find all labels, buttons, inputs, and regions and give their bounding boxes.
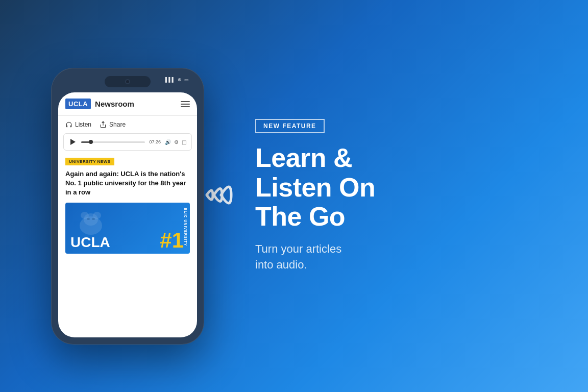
app-title: Newsroom xyxy=(95,100,134,108)
article-title: Again and again: UCLA is the nation's No… xyxy=(65,169,190,198)
phone-notch xyxy=(105,76,151,87)
article-image-number: #1 xyxy=(160,230,184,251)
listen-button[interactable]: Listen xyxy=(65,121,91,128)
phone-section: ▌▌▌ ⊛ ▭ UCLA Newsroom xyxy=(31,68,225,345)
share-label: Share xyxy=(109,121,126,128)
bear-silhouette-icon xyxy=(70,205,111,236)
wifi-icon: ⊛ xyxy=(178,77,182,82)
progress-thumb xyxy=(89,140,93,144)
player-controls: 🔊 ⚙ ◫ xyxy=(165,139,186,145)
new-feature-badge: NEW FEATURE xyxy=(255,119,325,133)
svg-point-5 xyxy=(92,218,95,220)
ucla-logo: UCLA xyxy=(65,99,91,109)
battery-icon: ▭ xyxy=(184,77,189,82)
right-section: NEW FEATURE Learn & Listen On The Go Tur… xyxy=(225,119,547,273)
play-icon xyxy=(70,139,76,145)
progress-bar[interactable] xyxy=(81,141,145,143)
svg-point-4 xyxy=(87,218,90,220)
volume-icon[interactable]: 🔊 xyxy=(165,139,171,145)
headphones-icon xyxy=(65,121,72,128)
share-button[interactable]: Share xyxy=(100,121,126,128)
sub-text: Turn your articles into audio. xyxy=(255,241,547,273)
progress-fill xyxy=(81,141,91,143)
page-background: ▌▌▌ ⊛ ▭ UCLA Newsroom xyxy=(0,0,588,392)
phone-status-bar: ▌▌▌ ⊛ ▭ xyxy=(162,77,192,84)
cast-icon[interactable]: ◫ xyxy=(182,139,186,145)
headline-line3: The Go xyxy=(255,202,345,231)
audio-player: 07:26 🔊 ⚙ ◫ xyxy=(63,133,192,151)
listen-share-row: Listen Share xyxy=(58,116,197,131)
settings-icon[interactable]: ⚙ xyxy=(174,139,179,145)
new-feature-text: NEW FEATURE xyxy=(263,122,316,130)
headline-line1: Learn & xyxy=(255,143,352,173)
subtext-line1: Turn your articles xyxy=(255,242,341,255)
phone-notch-bar: ▌▌▌ ⊛ ▭ xyxy=(58,75,197,89)
share-icon xyxy=(100,121,107,128)
article-image-side-text: BLIC UNIVERSITY xyxy=(184,208,187,246)
phone-device: ▌▌▌ ⊛ ▭ UCLA Newsroom xyxy=(51,68,204,345)
phone-camera xyxy=(125,79,130,84)
signal-icon: ▌▌▌ xyxy=(165,77,175,82)
app-header: UCLA Newsroom xyxy=(58,92,197,116)
headline-line2: Listen On xyxy=(255,173,375,202)
play-button[interactable] xyxy=(69,138,77,146)
hamburger-menu-icon[interactable] xyxy=(181,101,190,107)
main-headline: Learn & Listen On The Go xyxy=(255,143,547,231)
category-badge: UNIVERSITY NEWS xyxy=(65,158,114,165)
listen-label: Listen xyxy=(75,121,91,128)
app-header-left: UCLA Newsroom xyxy=(65,99,134,109)
svg-point-3 xyxy=(93,212,101,219)
player-time: 07:26 xyxy=(149,139,161,144)
svg-point-2 xyxy=(81,212,89,219)
phone-screen: UCLA Newsroom Listen xyxy=(58,92,197,337)
subtext-line2: into audio. xyxy=(255,258,307,271)
article-image: UCLA #1 BLIC UNIVERSITY xyxy=(65,203,190,254)
